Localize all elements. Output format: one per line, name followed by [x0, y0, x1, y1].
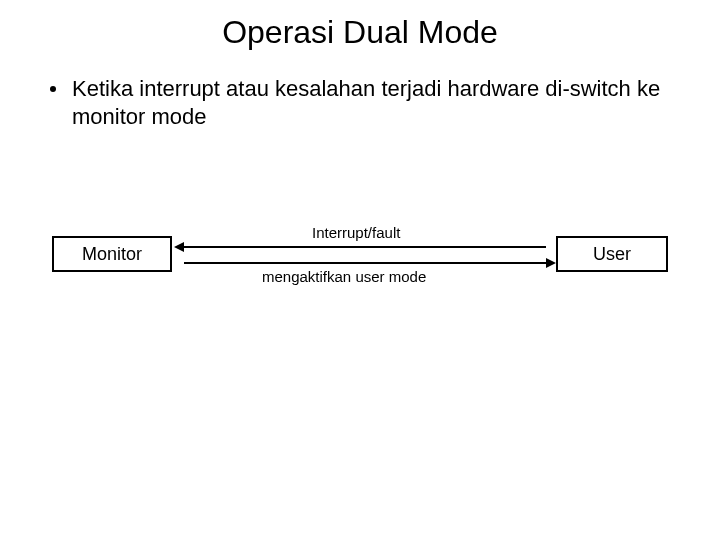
arrowhead-right-icon [546, 258, 556, 268]
arrow-label-bottom: mengaktifkan user mode [262, 268, 426, 285]
user-box: User [556, 236, 668, 272]
bullet-dot-icon [50, 86, 56, 92]
arrowhead-left-icon [174, 242, 184, 252]
arrow-line-bottom [184, 262, 546, 264]
arrow-label-top: Interrupt/fault [312, 224, 400, 241]
monitor-box: Monitor [52, 236, 172, 272]
mode-diagram: Monitor User Interrupt/fault mengaktifka… [52, 220, 668, 300]
arrow-line-top [184, 246, 546, 248]
bullet-text: Ketika interrupt atau kesalahan terjadi … [72, 75, 680, 130]
bullet-item: Ketika interrupt atau kesalahan terjadi … [50, 75, 680, 130]
page-title: Operasi Dual Mode [0, 0, 720, 51]
bullet-list: Ketika interrupt atau kesalahan terjadi … [0, 51, 720, 130]
